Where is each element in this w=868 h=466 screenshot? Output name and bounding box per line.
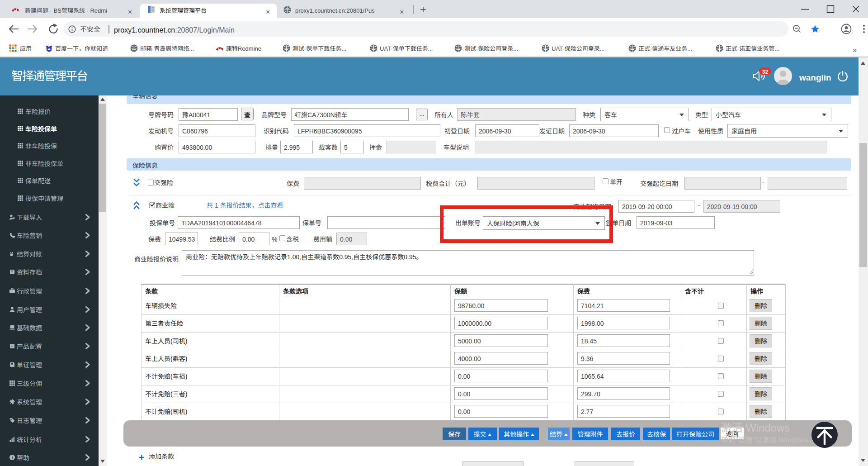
svg-text:¥: ¥ xyxy=(10,251,14,257)
